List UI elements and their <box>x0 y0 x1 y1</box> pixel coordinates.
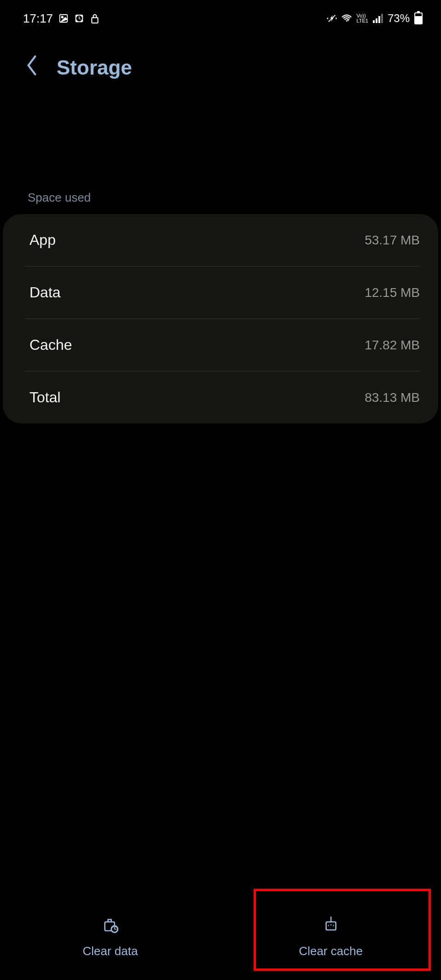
battery-percent: 73% <box>388 12 410 25</box>
vibrate-icon <box>327 13 337 23</box>
row-value: 53.17 MB <box>365 233 420 248</box>
row-label: Total <box>29 389 61 406</box>
bottom-action-bar: Clear data Clear cache <box>0 893 441 980</box>
wifi-icon <box>342 13 352 23</box>
status-bar-left: 17:17 <box>23 12 100 26</box>
page-header: Storage <box>0 32 441 89</box>
row-value: 17.82 MB <box>365 338 420 353</box>
svg-point-1 <box>61 16 63 18</box>
clear-cache-button[interactable]: Clear cache <box>220 893 441 980</box>
status-time: 17:17 <box>23 12 53 26</box>
row-label: Cache <box>29 336 72 354</box>
battery-icon <box>414 12 423 24</box>
broom-icon <box>321 915 341 936</box>
row-app: App 53.17 MB <box>25 214 420 267</box>
status-bar: 17:17 <box>0 0 441 32</box>
clear-data-button[interactable]: Clear data <box>0 893 220 980</box>
volte-icon: Vo)) LTE1 <box>356 13 368 23</box>
back-button[interactable] <box>25 55 38 80</box>
row-value: 12.15 MB <box>365 285 420 300</box>
lock-icon <box>90 13 100 23</box>
row-value: 83.13 MB <box>365 390 420 405</box>
image-icon <box>58 13 69 23</box>
svg-rect-10 <box>326 922 336 930</box>
clear-data-label: Clear data <box>83 944 138 958</box>
row-data: Data 12.15 MB <box>25 267 420 319</box>
status-bar-right: Vo)) LTE1 73% <box>327 12 423 25</box>
svg-rect-4 <box>92 17 98 23</box>
section-header: Space used <box>0 191 441 214</box>
clear-cache-label: Clear cache <box>299 944 363 958</box>
row-label: App <box>29 232 56 249</box>
annotation-highlight <box>254 889 431 971</box>
row-cache: Cache 17.82 MB <box>25 319 420 371</box>
row-label: Data <box>29 284 61 301</box>
content-area: Space used App 53.17 MB Data 12.15 MB Ca… <box>0 191 441 423</box>
storage-card: App 53.17 MB Data 12.15 MB Cache 17.82 M… <box>3 214 438 423</box>
signal-icon <box>373 14 383 23</box>
svg-line-5 <box>329 15 336 22</box>
page-title: Storage <box>57 56 132 79</box>
row-total: Total 83.13 MB <box>25 371 420 423</box>
clock-icon <box>74 13 84 23</box>
trash-data-icon <box>101 915 120 936</box>
